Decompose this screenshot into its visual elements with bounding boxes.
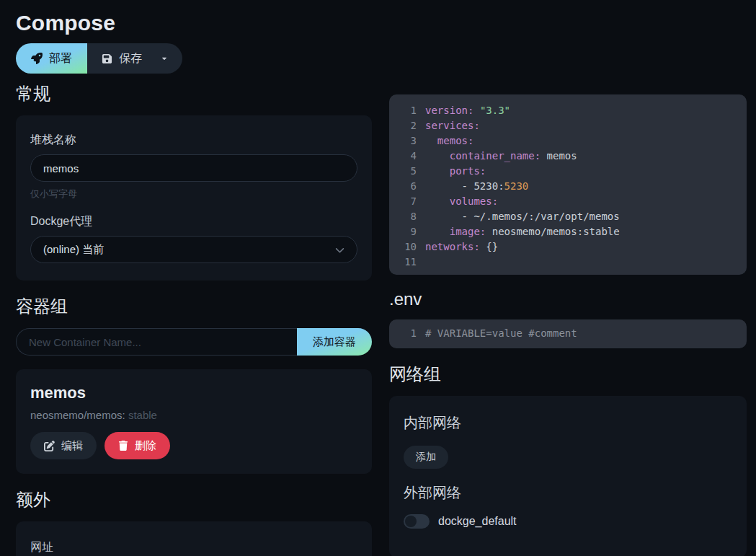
env-editor[interactable]: 1# VARIABLE=value #comment bbox=[389, 319, 747, 348]
container-card: memos neosmemo/memos: stable 编辑 bbox=[16, 369, 372, 474]
agent-select-value: (online) 当前 bbox=[43, 243, 104, 257]
stack-name-hint: 仅小写字母 bbox=[30, 187, 357, 200]
rocket-icon bbox=[31, 53, 43, 64]
env-section-heading: .env bbox=[389, 289, 747, 309]
edit-container-button[interactable]: 编辑 bbox=[30, 432, 97, 459]
toolbar: 部署 保存 bbox=[16, 43, 182, 74]
toggle-knob bbox=[405, 516, 417, 527]
extra-section-heading: 额外 bbox=[16, 488, 372, 511]
network-toggle[interactable] bbox=[404, 514, 430, 529]
delete-container-button[interactable]: 删除 bbox=[104, 432, 170, 459]
general-section-heading: 常规 bbox=[16, 82, 372, 105]
external-network-name: dockge_default bbox=[438, 515, 517, 528]
url-label: 网址 bbox=[30, 540, 357, 555]
delete-button-label: 删除 bbox=[135, 439, 156, 453]
pencil-square-icon bbox=[44, 441, 55, 451]
stack-name-input[interactable] bbox=[30, 154, 357, 182]
add-container-row: 添加容器 bbox=[16, 328, 372, 356]
agent-label: Dockge代理 bbox=[30, 214, 357, 229]
save-dropdown-toggle[interactable] bbox=[152, 43, 182, 74]
save-button[interactable]: 保存 bbox=[87, 43, 152, 74]
container-image-tag: stable bbox=[128, 409, 157, 421]
deploy-button-label: 部署 bbox=[49, 51, 72, 66]
deploy-button[interactable]: 部署 bbox=[16, 43, 87, 74]
extra-card: 网址 bbox=[16, 521, 372, 556]
external-networks-heading: 外部网络 bbox=[404, 483, 732, 503]
networks-card: 内部网络 添加 外部网络 dockge_default bbox=[389, 396, 747, 556]
floppy-icon bbox=[102, 53, 112, 64]
general-card: 堆栈名称 仅小写字母 Dockge代理 (online) 当前 bbox=[16, 115, 372, 281]
container-image-name: neosmemo/memos: bbox=[30, 409, 125, 421]
edit-button-label: 编辑 bbox=[61, 439, 83, 453]
new-container-name-input[interactable] bbox=[16, 328, 297, 356]
save-button-label: 保存 bbox=[119, 51, 142, 66]
external-network-row: dockge_default bbox=[404, 514, 732, 529]
add-network-button[interactable]: 添加 bbox=[404, 446, 448, 469]
internal-networks-heading: 内部网络 bbox=[404, 413, 732, 433]
add-container-button[interactable]: 添加容器 bbox=[297, 328, 372, 356]
caret-down-icon bbox=[161, 55, 168, 62]
container-name: memos bbox=[30, 384, 357, 402]
networks-section-heading: 网络组 bbox=[389, 363, 747, 386]
page-title: Compose bbox=[16, 0, 756, 35]
container-image: neosmemo/memos: stable bbox=[30, 409, 357, 421]
chevron-down-icon bbox=[335, 245, 344, 255]
compose-yaml-editor[interactable]: 1version: "3.3"2services:3 memos:4 conta… bbox=[389, 94, 747, 275]
containers-section-heading: 容器组 bbox=[16, 295, 372, 318]
stack-name-label: 堆栈名称 bbox=[30, 133, 357, 148]
trash-icon bbox=[118, 441, 128, 451]
compose-page: Compose 部署 保存 常规 堆栈名称 仅小写字母 bbox=[0, 0, 756, 556]
agent-select[interactable]: (online) 当前 bbox=[30, 236, 357, 263]
